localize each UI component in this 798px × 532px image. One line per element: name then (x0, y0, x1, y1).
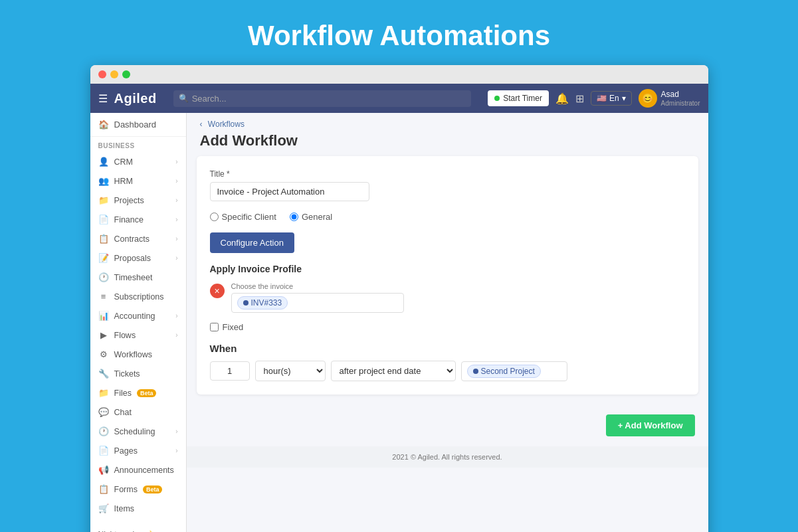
sidebar-item-crm[interactable]: 👤 CRM › (90, 152, 186, 171)
invoice-select-wrap: Choose the invoice INV#333 (231, 282, 404, 313)
specific-client-radio-label[interactable]: Specific Client (210, 212, 276, 222)
configure-action-button[interactable]: Configure Action (210, 232, 294, 253)
add-workflow-button[interactable]: + Add Workflow (606, 414, 695, 436)
subscriptions-icon: ≡ (98, 292, 109, 302)
night-mode-button[interactable]: Night mode 🌙 (90, 525, 186, 532)
sidebar-item-subscriptions[interactable]: ≡ Subscriptions (90, 287, 186, 306)
chevron-right-icon: › (175, 254, 177, 262)
hamburger-icon[interactable]: ☰ (98, 92, 108, 105)
tag-dot (243, 300, 249, 306)
timesheet-icon: 🕐 (98, 272, 109, 282)
contracts-icon: 📋 (98, 234, 109, 244)
sidebar-item-pages[interactable]: 📄 Pages › (90, 441, 186, 460)
dot-red[interactable] (98, 70, 106, 78)
sidebar-item-proposals[interactable]: 📝 Proposals › (90, 248, 186, 268)
sidebar-item-projects[interactable]: 📁 Projects › (90, 191, 186, 210)
section-heading: Apply Invoice Profile (210, 264, 685, 274)
when-row: hour(s) day(s) week(s) month(s) after pr… (210, 361, 685, 381)
notification-icon[interactable]: 🔔 (555, 92, 569, 105)
items-icon: 🛒 (98, 503, 109, 513)
remove-invoice-button[interactable]: × (210, 284, 225, 298)
flag-icon: 🇺🇸 (597, 94, 607, 103)
start-timer-button[interactable]: Start Timer (488, 90, 549, 106)
sidebar-item-items[interactable]: 🛒 Items (90, 499, 186, 518)
choose-invoice-label: Choose the invoice (231, 282, 404, 290)
accounting-icon: 📊 (98, 311, 109, 321)
scheduling-icon: 🕐 (98, 426, 109, 436)
files-icon: 📁 (98, 388, 109, 398)
home-icon: 🏠 (98, 120, 109, 130)
breadcrumb-arrow: ‹ (200, 120, 203, 129)
radio-group: Specific Client General (210, 212, 685, 222)
general-radio[interactable] (290, 213, 298, 221)
flows-icon: ▶ (98, 330, 109, 340)
search-icon: 🔍 (179, 94, 189, 103)
footer-actions: + Add Workflow (187, 404, 708, 446)
sidebar: 🏠 Dashboard BUSINESS 👤 CRM › 👥 HRM › (90, 113, 187, 532)
fixed-checkbox[interactable] (210, 323, 219, 331)
time-unit-select[interactable]: hour(s) day(s) week(s) month(s) (255, 361, 326, 381)
sidebar-item-hrm[interactable]: 👥 HRM › (90, 171, 186, 191)
grid-icon[interactable]: ⊞ (575, 92, 584, 105)
sidebar-item-forms[interactable]: 📋 Forms Beta (90, 480, 186, 499)
sidebar-item-dashboard[interactable]: 🏠 Dashboard (90, 113, 186, 137)
chevron-right-icon: › (175, 447, 177, 454)
chevron-right-icon: › (175, 158, 177, 165)
sidebar-item-files[interactable]: 📁 Files Beta (90, 383, 186, 402)
pages-icon: 📄 (98, 446, 109, 456)
main-content: ‹ Workflows Add Workflow Title * Specifi… (187, 113, 708, 532)
timer-dot (494, 96, 500, 101)
title-input[interactable] (210, 182, 369, 201)
fixed-checkbox-row: Fixed (210, 322, 685, 332)
fixed-label[interactable]: Fixed (223, 322, 244, 332)
sidebar-item-chat[interactable]: 💬 Chat (90, 402, 186, 422)
chevron-right-icon: › (175, 312, 177, 319)
chevron-right-icon: › (175, 235, 177, 242)
forms-icon: 📋 (98, 484, 109, 494)
user-info[interactable]: 😊 Asad Administrator (639, 89, 700, 108)
user-avatar: 😊 (639, 89, 657, 108)
crm-icon: 👤 (98, 157, 109, 167)
hrm-icon: 👥 (98, 176, 109, 186)
page-title-area: Workflow Automations (0, 0, 798, 65)
project-tag-dot (473, 369, 478, 374)
sidebar-item-accounting[interactable]: 📊 Accounting › (90, 306, 186, 325)
language-button[interactable]: 🇺🇸 En ▾ (591, 91, 632, 106)
chevron-right-icon: › (175, 177, 177, 185)
workflows-icon: ⚙ (98, 349, 109, 359)
page-heading: Add Workflow (187, 132, 708, 156)
project-tag-input[interactable]: Second Project (461, 361, 567, 381)
sidebar-item-workflows[interactable]: ⚙ Workflows (90, 345, 186, 364)
after-project-select[interactable]: after project end date before project en… (331, 361, 456, 381)
breadcrumb[interactable]: ‹ Workflows (187, 113, 708, 132)
sidebar-item-finance[interactable]: 📄 Finance › (90, 210, 186, 229)
invoice-tag-input[interactable]: INV#333 (231, 293, 404, 313)
finance-icon: 📄 (98, 215, 109, 224)
when-number-input[interactable] (210, 361, 250, 381)
chat-icon: 💬 (98, 407, 109, 417)
user-role: Administrator (661, 100, 700, 107)
app-body: 🏠 Dashboard BUSINESS 👤 CRM › 👥 HRM › (90, 113, 708, 532)
search-input[interactable] (173, 90, 472, 107)
header-right: Start Timer 🔔 ⊞ 🇺🇸 En ▾ 😊 Asad Administr… (488, 89, 700, 108)
browser-window: ☰ Agiled 🔍 Start Timer 🔔 ⊞ 🇺🇸 En ▾ 😊 Asa… (90, 65, 708, 532)
sidebar-item-tickets[interactable]: 🔧 Tickets (90, 364, 186, 383)
sidebar-item-flows[interactable]: ▶ Flows › (90, 325, 186, 345)
chevron-right-icon: › (175, 216, 177, 223)
announcements-icon: 📢 (98, 465, 109, 475)
chevron-right-icon: › (175, 197, 177, 204)
general-radio-label[interactable]: General (290, 212, 332, 222)
sidebar-item-timesheet[interactable]: 🕐 Timesheet (90, 268, 186, 287)
main-title: Workflow Automations (248, 20, 550, 51)
sidebar-item-scheduling[interactable]: 🕐 Scheduling › (90, 422, 186, 441)
user-name: Asad (661, 90, 700, 100)
chevron-right-icon: › (175, 428, 177, 435)
sidebar-section-label: BUSINESS (90, 137, 186, 152)
sidebar-item-announcements[interactable]: 📢 Announcements (90, 460, 186, 480)
tickets-icon: 🔧 (98, 369, 109, 379)
projects-icon: 📁 (98, 195, 109, 205)
dot-green[interactable] (122, 70, 130, 78)
sidebar-item-contracts[interactable]: 📋 Contracts › (90, 229, 186, 248)
dot-yellow[interactable] (110, 70, 118, 78)
specific-client-radio[interactable] (210, 213, 219, 221)
